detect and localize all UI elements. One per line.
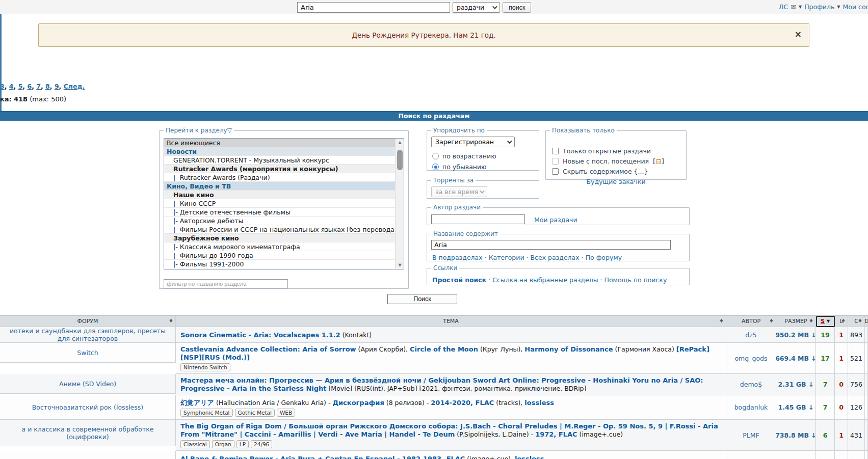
legend-dropdown-icon[interactable]: ▽ [227,127,232,134]
future-downloads-link[interactable]: Будущие закачки [586,178,645,185]
topic-link[interactable]: 幻覚アリア (Hallucination Aria / Genkaku Aria… [180,399,554,407]
scope-link[interactable]: По форуму [586,254,622,261]
scope-link[interactable]: Категории [489,254,524,261]
search-scope-select[interactable]: раздачи [453,2,500,13]
quick-search-input[interactable] [297,2,450,13]
profile-dropdown-icon[interactable]: ▼ [837,5,840,9]
scope-link[interactable]: Всех разделах [531,254,580,261]
page-link[interactable]: 7 [36,83,41,90]
next-page-link[interactable]: След. [64,83,85,90]
tree-item[interactable]: Зарубежное кино [164,234,395,242]
column-header-l[interactable]: L♦ [835,316,848,327]
tag-badge[interactable]: WEB [277,409,295,417]
scroll-up-icon[interactable]: ▲ [396,139,404,146]
column-header-s[interactable]: S▼ [816,316,835,327]
column-header-тема[interactable]: ТЕМА♦ [176,316,726,327]
pm-dropdown-icon[interactable]: ▼ [799,5,802,9]
page-link[interactable]: 8 [45,83,50,90]
mail-icon[interactable]: ✉ [791,3,796,11]
profile-link[interactable]: Профиль [804,3,834,11]
title-contains-input[interactable] [431,240,671,250]
show-only-checkbox[interactable]: Новые с посл. посещения[] [552,157,664,165]
download-size-link[interactable]: 1.45 GB ↓ [778,403,814,411]
tree-item[interactable]: GENERATION.TORRENT - Музыкальный конкурс [164,156,395,165]
show-only-checkbox[interactable]: Только открытые раздачи [552,147,651,155]
tree-item[interactable]: Кино, Видео и ТВ [164,182,395,191]
author-link[interactable]: PLMF [743,431,759,439]
tag-badge[interactable]: Gothic Metal [235,409,275,417]
column-header-автор[interactable]: АВТОР♦ [726,316,776,327]
download-size-link[interactable]: 950.2 MB ↓ [776,331,816,339]
tree-item[interactable]: |- Кино СССР [164,199,395,208]
tree-item[interactable]: Наше кино [164,191,395,199]
tag-badge[interactable]: 24/96 [251,440,272,448]
download-size-link[interactable]: 738.8 MB ↓ [776,431,816,439]
my-messages-link[interactable]: Мои соо [843,3,868,11]
sort-ascending-radio[interactable]: по возрастанию [432,152,496,160]
author-input[interactable] [431,214,525,224]
tree-item[interactable]: |- Детские отечественные фильмы [164,208,395,217]
tree-filter-input[interactable] [164,279,288,288]
tree-item[interactable]: Все имеющиеся [164,139,395,147]
tree-item[interactable]: |- Авторские дебюты [164,217,395,225]
author-fieldset: Автор раздачи Мои раздачи [427,204,690,225]
private-messages-link[interactable]: ЛС [779,3,788,11]
author-link[interactable]: dz5 [745,331,756,339]
checkbox-label: Скрыть содержимое {...} [563,168,648,175]
topic-link[interactable]: The Big Organ of Riga Dom / Большой орга… [180,422,718,438]
show-only-checkbox[interactable]: Скрыть содержимое {...} [552,168,648,175]
sort-descending-radio[interactable]: по убыванию [432,163,487,171]
tree-item[interactable]: |- Фильмы до 1990 года [164,251,395,260]
download-size-link[interactable]: 2.31 GB ↓ [778,381,814,388]
tree-item[interactable]: |- Фильмы 1991-2000 [164,260,395,268]
page-link[interactable]: 5 [18,83,23,90]
tree-item[interactable]: |- Rutracker Awards (Раздачи) [164,173,395,182]
tag-badge[interactable]: Organ [212,440,234,448]
author-link[interactable]: demo$ [740,381,762,388]
forum-link[interactable]: Switch [77,349,98,357]
results-count-prefix: ка: [0,95,12,103]
author-link[interactable]: bogdanluk [734,403,768,411]
page-link[interactable]: 4 [9,83,14,90]
column-header-размер[interactable]: РАЗМЕР♦ [776,316,816,327]
category-tree-listbox[interactable]: Все имеющиесяНовостиGENERATION.TORRENT -… [164,138,404,269]
topic-link[interactable]: Al Bano & Romina Power - Aria Pura + Can… [180,455,544,459]
tag-badge[interactable]: Symphonic Metal [180,409,233,417]
forum-link[interactable]: Аниме (SD Video) [59,380,116,388]
page-link[interactable]: 6 [27,83,32,90]
helper-link[interactable]: Простой поиск [432,276,486,284]
tag-badge[interactable]: Classical [180,440,210,448]
page-link[interactable]: 3 [0,83,5,90]
forum-link[interactable]: иотеки и саундбанки для сэмплеров, пресе… [3,327,172,342]
order-by-select[interactable]: Зарегистрирован [431,137,515,147]
column-header-д[interactable]: Д [865,316,868,327]
column-header-форум[interactable]: ФОРУМ♦ [0,316,176,327]
scrollbar-thumb[interactable] [397,150,403,170]
page-link[interactable]: 9 [55,83,59,90]
topic-link[interactable]: Castlevania Advance Collection: Aria of … [180,345,709,361]
scope-link[interactable]: В подразделах [432,254,483,261]
topic-title-segment: Al Bano & Romina Power - Aria Pura + Can… [180,455,465,459]
topic-link[interactable]: Sonora Cinematic - Aria: Vocalscapes 1.1… [180,331,372,339]
helper-link[interactable]: Помощь по поиску [604,276,667,284]
helper-link[interactable]: Ссылка на выбранные разделы [492,276,598,284]
tag-badge[interactable]: Nintendo Switch [180,363,230,371]
topic-link[interactable]: Мастера меча онлайн: Прогрессив — Ария в… [180,376,703,392]
quick-search-button[interactable]: поиск [503,2,531,13]
tree-item[interactable]: Новости [164,147,395,156]
tree-scrollbar[interactable]: ▲ ▼ [395,139,404,269]
tag-badge[interactable]: LP [236,440,249,448]
download-size-link[interactable]: 669.4 MB ↓ [776,355,816,362]
topic-info-segment: (Гармония Хаоса) [613,345,676,353]
author-link[interactable]: omg_gods [734,355,767,362]
tree-item[interactable]: Rutracker Awards (мероприятия и конкурсы… [164,165,395,173]
tree-item[interactable]: |- Классика мирового кинематографа [164,242,395,251]
search-submit-button[interactable]: Поиск [387,294,457,304]
my-torrents-link[interactable]: Мои раздачи [534,216,577,224]
forum-link[interactable]: Восточноазиатский рок (lossless) [32,403,143,411]
scroll-down-icon[interactable]: ▼ [396,261,404,269]
forum-link[interactable]: а и классика в современной обработке (оц… [3,425,172,441]
tree-item[interactable]: |- Фильмы России и СССР на национальных … [164,225,395,234]
close-icon[interactable]: × [795,30,802,39]
column-header-c[interactable]: C♦ [848,316,865,327]
